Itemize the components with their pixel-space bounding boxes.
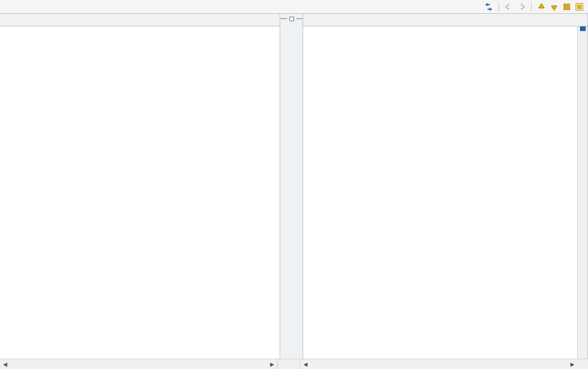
left-pane xyxy=(0,14,280,359)
scroll-right-icon[interactable]: ► xyxy=(567,359,578,369)
diff-gutter xyxy=(280,14,303,359)
toolbar-separator xyxy=(531,2,532,11)
left-pane-header xyxy=(0,14,280,26)
svg-rect-0 xyxy=(564,4,566,10)
toolbar-separator xyxy=(498,2,499,11)
merge-icon[interactable] xyxy=(562,2,572,12)
diff-connector[interactable] xyxy=(280,14,303,24)
copy-left-icon[interactable] xyxy=(504,2,514,12)
scroll-left-icon[interactable]: ◄ xyxy=(0,359,10,369)
svg-rect-3 xyxy=(577,5,582,9)
scroll-right-icon[interactable]: ► xyxy=(267,359,277,369)
options-icon[interactable] xyxy=(574,2,585,12)
hscroll-gap xyxy=(277,359,300,369)
right-code-area[interactable] xyxy=(303,26,587,359)
diff-marker[interactable] xyxy=(580,26,586,31)
horizontal-scrollbars: ◄ ► ◄ ► xyxy=(0,359,588,369)
next-diff-icon[interactable] xyxy=(536,2,547,12)
svg-rect-1 xyxy=(567,4,570,10)
toolbar xyxy=(0,0,588,14)
right-pane xyxy=(303,14,588,359)
left-hscroll[interactable]: ◄ ► xyxy=(0,359,277,369)
right-pane-header xyxy=(303,14,587,26)
right-hscroll[interactable]: ◄ ► xyxy=(300,359,578,369)
swap-panes-icon[interactable] xyxy=(483,2,494,12)
left-code-area[interactable] xyxy=(0,26,280,359)
text-compare-window: ◄ ► ◄ ► xyxy=(0,0,588,369)
overview-ruler[interactable] xyxy=(577,26,587,359)
toolbar-icon-group xyxy=(483,2,585,12)
prev-diff-icon[interactable] xyxy=(549,2,559,12)
compare-panes xyxy=(0,14,588,359)
copy-right-icon[interactable] xyxy=(516,2,527,12)
hscroll-corner xyxy=(578,359,588,369)
scroll-left-icon[interactable]: ◄ xyxy=(300,359,311,369)
